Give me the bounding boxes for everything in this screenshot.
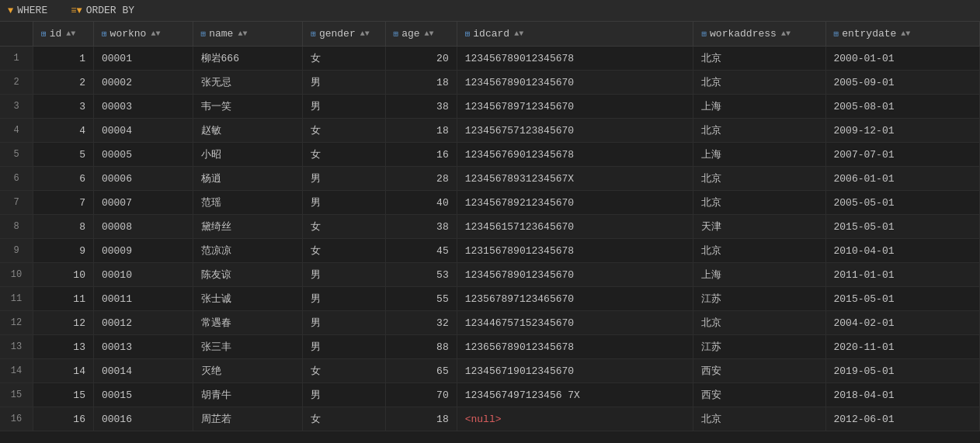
table-row[interactable]: 8800008黛绮丝女38123456157123645670天津2015-05… — [0, 215, 980, 239]
table-row[interactable]: 6600006杨逍男2812345678931234567X北京2006-01-… — [0, 167, 980, 191]
table-row[interactable]: 131300013张三丰男88123656789012345678江苏2020-… — [0, 335, 980, 359]
cell-rownum: 10 — [0, 263, 33, 287]
cell-workaddress: 北京 — [693, 47, 825, 71]
sort-icon-idcard: ▲▼ — [514, 29, 523, 38]
where-item[interactable]: ▼ WHERE — [8, 5, 47, 16]
sort-icon-id: ▲▼ — [66, 29, 75, 38]
header-age[interactable]: ⊞ age ▲▼ — [385, 22, 457, 47]
cell-workno: 00004 — [93, 119, 193, 143]
cell-age: 40 — [385, 191, 457, 215]
cell-entrydate: 2006-01-01 — [825, 167, 980, 191]
cell-workaddress: 北京 — [693, 239, 825, 263]
table-row[interactable]: 7700007范瑶男40123456789212345670北京2005-05-… — [0, 191, 980, 215]
cell-workaddress: 北京 — [693, 311, 825, 335]
cell-rownum: 6 — [0, 167, 33, 191]
col-label-name: name — [209, 28, 233, 40]
table-row[interactable]: 121200012常遇春男32123446757152345670北京2004-… — [0, 311, 980, 335]
cell-idcard: 123456789012345670 — [457, 71, 693, 95]
col-icon-entrydate: ⊞ — [834, 29, 839, 39]
cell-workaddress: 上海 — [693, 263, 825, 287]
cell-idcard: <null> — [457, 407, 693, 431]
table-row[interactable]: 5500005小昭女16123456769012345678上海2007-07-… — [0, 143, 980, 167]
cell-entrydate: 2019-05-01 — [825, 359, 980, 383]
header-id[interactable]: ⊞ id ▲▼ — [33, 22, 94, 47]
cell-id: 5 — [33, 143, 94, 167]
cell-id: 12 — [33, 311, 94, 335]
cell-idcard: 123656789012345678 — [457, 335, 693, 359]
header-workno[interactable]: ⊞ workno ▲▼ — [93, 22, 193, 47]
header-entrydate[interactable]: ⊞ entrydate ▲▼ — [825, 22, 980, 47]
cell-workno: 00013 — [93, 335, 193, 359]
table-row[interactable]: 1100001柳岩666女20123456789012345678北京2000-… — [0, 47, 980, 71]
cell-name: 胡青牛 — [193, 383, 303, 407]
cell-id: 14 — [33, 359, 94, 383]
cell-entrydate: 2005-05-01 — [825, 191, 980, 215]
cell-gender: 女 — [303, 215, 385, 239]
table-row[interactable]: 4400004赵敏女18123456757123845670北京2009-12-… — [0, 119, 980, 143]
cell-entrydate: 2000-01-01 — [825, 47, 980, 71]
cell-name: 黛绮丝 — [193, 215, 303, 239]
cell-rownum: 7 — [0, 191, 33, 215]
cell-age: 18 — [385, 71, 457, 95]
table-row[interactable]: 161600016周芷若女18<null>北京2012-06-01 — [0, 407, 980, 431]
cell-name: 张三丰 — [193, 335, 303, 359]
cell-id: 13 — [33, 335, 94, 359]
cell-age: 28 — [385, 167, 457, 191]
cell-id: 4 — [33, 119, 94, 143]
cell-workaddress: 江苏 — [693, 335, 825, 359]
cell-idcard: 123446757152345670 — [457, 311, 693, 335]
orderby-icon: ≡▼ — [71, 5, 82, 16]
sort-icon-workno: ▲▼ — [151, 29, 160, 38]
table-row[interactable]: 3300003韦一笑男38123456789712345670上海2005-08… — [0, 95, 980, 119]
cell-name: 常遇春 — [193, 311, 303, 335]
cell-gender: 女 — [303, 359, 385, 383]
cell-age: 18 — [385, 407, 457, 431]
cell-gender: 男 — [303, 263, 385, 287]
table-row[interactable]: 141400014灭绝女65123456719012345670西安2019-0… — [0, 359, 980, 383]
cell-rownum: 2 — [0, 71, 33, 95]
cell-gender: 男 — [303, 191, 385, 215]
cell-rownum: 9 — [0, 239, 33, 263]
cell-workno: 00008 — [93, 215, 193, 239]
cell-age: 88 — [385, 335, 457, 359]
cell-workaddress: 北京 — [693, 407, 825, 431]
cell-id: 16 — [33, 407, 94, 431]
cell-idcard: 12345678931234567X — [457, 167, 693, 191]
header-workaddress[interactable]: ⊞ workaddress ▲▼ — [693, 22, 825, 47]
cell-rownum: 14 — [0, 359, 33, 383]
cell-workno: 00011 — [93, 287, 193, 311]
cell-name: 赵敏 — [193, 119, 303, 143]
cell-workaddress: 西安 — [693, 359, 825, 383]
cell-name: 小昭 — [193, 143, 303, 167]
cell-id: 8 — [33, 215, 94, 239]
header-idcard[interactable]: ⊞ idcard ▲▼ — [457, 22, 693, 47]
cell-workno: 00015 — [93, 383, 193, 407]
cell-age: 20 — [385, 47, 457, 71]
cell-name: 杨逍 — [193, 167, 303, 191]
sort-icon-age: ▲▼ — [425, 29, 434, 38]
table-row[interactable]: 2200002张无忌男18123456789012345670北京2005-09… — [0, 71, 980, 95]
orderby-item[interactable]: ≡▼ ORDER BY — [71, 5, 134, 16]
cell-id: 2 — [33, 71, 94, 95]
cell-workaddress: 上海 — [693, 143, 825, 167]
col-label-id: id — [50, 28, 62, 40]
cell-gender: 女 — [303, 407, 385, 431]
cell-idcard: 123456789212345670 — [457, 191, 693, 215]
header-name[interactable]: ⊞ name ▲▼ — [193, 22, 303, 47]
col-label-idcard: idcard — [473, 28, 509, 40]
cell-workaddress: 北京 — [693, 167, 825, 191]
cell-workaddress: 天津 — [693, 215, 825, 239]
cell-workno: 00005 — [93, 143, 193, 167]
table-row[interactable]: 9900009范凉凉女45123156789012345678北京2010-04… — [0, 239, 980, 263]
cell-gender: 男 — [303, 383, 385, 407]
cell-gender: 女 — [303, 239, 385, 263]
table-row[interactable]: 111100011张士诚男55123567897123465670江苏2015-… — [0, 287, 980, 311]
cell-workno: 00010 — [93, 263, 193, 287]
cell-workaddress: 西安 — [693, 383, 825, 407]
table-row[interactable]: 151500015胡青牛男701234567497123456 7X西安2018… — [0, 383, 980, 407]
table-row[interactable]: 101000010陈友谅男53123456789012345670上海2011-… — [0, 263, 980, 287]
cell-rownum: 12 — [0, 311, 33, 335]
cell-workno: 00006 — [93, 167, 193, 191]
header-gender[interactable]: ⊞ gender ▲▼ — [303, 22, 385, 47]
cell-entrydate: 2010-04-01 — [825, 239, 980, 263]
